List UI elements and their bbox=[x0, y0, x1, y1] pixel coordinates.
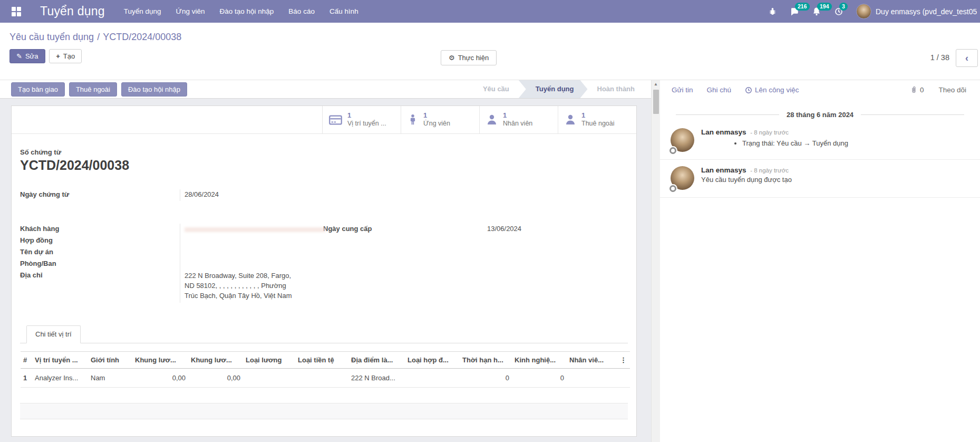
scrollbar-thumb[interactable] bbox=[653, 90, 659, 114]
follow-button[interactable]: Theo dõi bbox=[938, 86, 966, 94]
menu-bao-cao[interactable]: Báo cáo bbox=[288, 7, 315, 15]
pager-previous-button[interactable]: ‹ bbox=[956, 49, 978, 67]
stat-employees-label: Nhân viên bbox=[503, 120, 532, 128]
col-position[interactable]: Vị trí tuyển ... bbox=[32, 351, 88, 368]
stat-positions-button[interactable]: 1Vị trí tuyển ... bbox=[322, 106, 401, 133]
menu-ung-vien[interactable]: Ứng viên bbox=[176, 7, 205, 15]
field-supply-date-label: Ngày cung cấp bbox=[323, 224, 483, 235]
field-department-label: Phòng/Ban bbox=[20, 258, 180, 270]
col-index[interactable]: # bbox=[21, 351, 32, 368]
table-row[interactable]: 1 Analyzer Ins... Nam 0,00 0,00 222 N Br… bbox=[21, 368, 630, 387]
stat-positions-label: Vị trí tuyển ... bbox=[347, 120, 386, 128]
stat-outsourced-label: Thuê ngoài bbox=[581, 120, 615, 128]
cell-currency bbox=[295, 368, 348, 387]
send-message-link[interactable]: Gửi tin bbox=[672, 86, 693, 94]
user-name[interactable]: Duy enmasys (pvd_dev_test05 bbox=[876, 7, 980, 16]
pencil-icon: ✎ bbox=[16, 52, 22, 60]
menu-tuyen-dung[interactable]: Tuyển dụng bbox=[124, 7, 161, 15]
create-button[interactable]: + Tạo bbox=[49, 49, 82, 63]
debug-bug-icon[interactable] bbox=[768, 7, 777, 16]
schedule-activity-link[interactable]: Lên công việc bbox=[745, 86, 799, 94]
chatter-message: Lan enmasys - 8 ngày trước Yêu cầu tuyển… bbox=[660, 160, 980, 198]
field-department-value bbox=[180, 258, 323, 270]
breadcrumb-current: YCTD/2024/00038 bbox=[103, 32, 181, 42]
cell-contract-type bbox=[405, 368, 460, 387]
action-button[interactable]: ⚙ Thực hiện bbox=[441, 50, 497, 65]
user-icon bbox=[486, 113, 498, 126]
col-work-location[interactable]: Địa điểm là... bbox=[348, 351, 405, 368]
messages-icon[interactable]: 216 bbox=[790, 7, 799, 16]
stat-candidates-label: Ứng viên bbox=[423, 120, 450, 128]
chatter-message: Lan enmasys - 8 ngày trước Trạng thái: Y… bbox=[660, 122, 980, 160]
author-avatar[interactable] bbox=[671, 128, 694, 152]
app-brand[interactable]: Tuyển dụng bbox=[40, 4, 105, 18]
schedule-activity-label: Lên công việc bbox=[755, 86, 799, 94]
field-customer-label: Khách hàng bbox=[20, 224, 180, 235]
log-note-link[interactable]: Ghi chú bbox=[707, 86, 732, 94]
col-salary-range-min[interactable]: Khung lươ... bbox=[132, 351, 188, 368]
field-supply-date-value: 13/06/2024 bbox=[483, 224, 628, 235]
edit-button[interactable]: ✎ Sửa bbox=[9, 49, 45, 63]
optional-columns-icon[interactable]: ⋮ bbox=[617, 351, 630, 368]
stat-employees-button[interactable]: 1Nhân viên bbox=[479, 106, 558, 133]
field-project-value bbox=[180, 247, 323, 258]
stat-button-box: 1Vị trí tuyển ... 1Ứng viên 1Nhân viên 1… bbox=[12, 106, 636, 134]
create-button-label: Tạo bbox=[63, 52, 75, 60]
col-contract-type[interactable]: Loại hợp đ... bbox=[405, 351, 460, 368]
paperclip-icon bbox=[910, 86, 918, 94]
col-salary-type[interactable]: Loại lương bbox=[243, 351, 295, 368]
field-contract-value bbox=[180, 235, 323, 247]
message-subtype-icon bbox=[669, 185, 676, 192]
stat-positions-value: 1 bbox=[347, 111, 386, 120]
control-panel: Yêu cầu tuyển dụng/YCTD/2024/00038 ✎ Sửa… bbox=[0, 23, 980, 80]
col-employee[interactable]: Nhân viê... bbox=[567, 351, 617, 368]
create-handover-button[interactable]: Tạo bàn giao bbox=[11, 82, 65, 97]
cell-salary-max: 0,00 bbox=[188, 368, 243, 387]
field-contract-label: Hợp đồng bbox=[20, 235, 180, 247]
step-tuyen-dung-active[interactable]: Tuyển dụng bbox=[519, 80, 588, 98]
doc-number: YCTD/2024/00038 bbox=[20, 158, 628, 173]
stat-employees-value: 1 bbox=[503, 111, 532, 120]
notifications-badge: 194 bbox=[817, 3, 832, 11]
user-avatar[interactable] bbox=[856, 4, 871, 19]
field-project-label: Tên dự án bbox=[20, 247, 180, 258]
col-experience[interactable]: Kinh nghiệ... bbox=[512, 351, 567, 368]
scroll-up-arrow-icon[interactable]: ▲ bbox=[652, 80, 660, 89]
table-header-row: # Vị trí tuyển ... Giới tính Khung lươ..… bbox=[21, 351, 630, 368]
tab-chi-tiet-vi-tri[interactable]: Chi tiết vị trí bbox=[26, 325, 81, 343]
onboarding-training-button[interactable]: Đào tạo hội nhập bbox=[121, 82, 187, 97]
step-hoan-thanh[interactable]: Hoàn thành bbox=[588, 80, 645, 98]
message-author[interactable]: Lan enmasys bbox=[701, 166, 746, 174]
topbar: Tuyển dụng Tuyển dụng Ứng viên Đào tạo h… bbox=[0, 0, 980, 23]
cell-salary-min: 0,00 bbox=[132, 368, 188, 387]
stat-outsourced-value: 1 bbox=[581, 111, 615, 120]
empty-table-row bbox=[20, 388, 628, 403]
col-term[interactable]: Thời hạn h... bbox=[460, 351, 512, 368]
message-body: Trạng thái: Yêu cầu → Tuyển dụng bbox=[701, 138, 969, 149]
author-avatar[interactable] bbox=[671, 166, 694, 190]
apps-grid-icon[interactable] bbox=[12, 7, 21, 16]
stat-candidates-value: 1 bbox=[423, 111, 450, 120]
cell-gender: Nam bbox=[88, 368, 132, 387]
tracking-change-item: Trạng thái: Yêu cầu → Tuyển dụng bbox=[742, 138, 969, 149]
message-author[interactable]: Lan enmasys bbox=[701, 128, 746, 136]
outsource-button[interactable]: Thuê ngoài bbox=[69, 82, 117, 97]
step-yeu-cau[interactable]: Yêu cầu bbox=[473, 80, 519, 98]
menu-dao-tao-hoi-nhap[interactable]: Đào tạo hội nhập bbox=[220, 7, 274, 15]
content-scrollbar[interactable]: ▲ bbox=[651, 80, 660, 442]
messages-badge: 216 bbox=[795, 3, 810, 11]
notifications-bell-icon[interactable]: 194 bbox=[812, 7, 821, 16]
stat-candidates-button[interactable]: 1Ứng viên bbox=[401, 106, 479, 133]
col-currency[interactable]: Loại tiền tệ bbox=[295, 351, 348, 368]
col-salary-range-max[interactable]: Khung lươ... bbox=[188, 351, 243, 368]
stat-outsourced-button[interactable]: 1Thuê ngoài bbox=[558, 106, 636, 133]
breadcrumb-separator: / bbox=[97, 32, 100, 42]
form-sheet: 1Vị trí tuyển ... 1Ứng viên 1Nhân viên 1… bbox=[11, 105, 637, 437]
message-time: - 8 ngày trước bbox=[750, 129, 789, 136]
col-gender[interactable]: Giới tính bbox=[88, 351, 132, 368]
breadcrumb-parent[interactable]: Yêu cầu tuyển dụng bbox=[9, 32, 94, 42]
redacted-customer-value bbox=[185, 227, 326, 232]
menu-cau-hinh[interactable]: Cấu hình bbox=[329, 7, 358, 15]
activities-clock-icon[interactable]: 3 bbox=[834, 7, 843, 16]
attachments-button[interactable]: 0 bbox=[910, 86, 924, 94]
